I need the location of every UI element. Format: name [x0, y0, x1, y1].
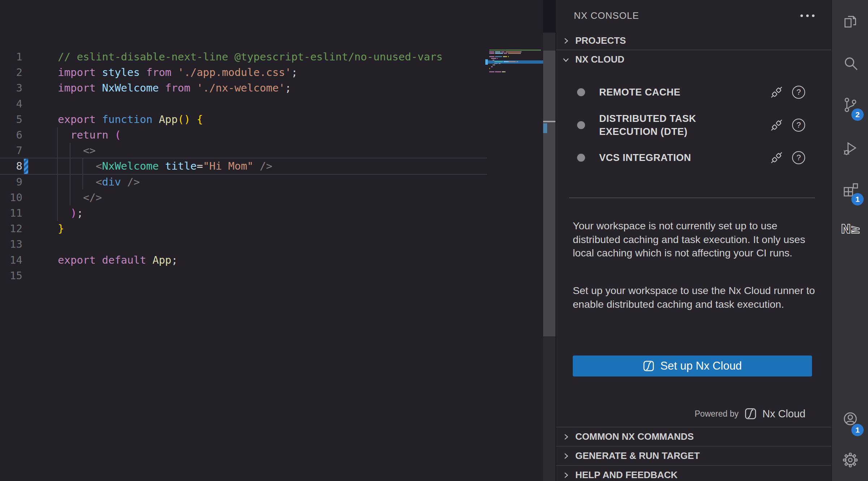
minimap-line [489, 51, 521, 53]
scrollbar-decoration [543, 123, 547, 133]
help-icon[interactable]: ? [792, 119, 805, 132]
cloud-item-remote-cache: REMOTE CACHE ? [556, 83, 832, 101]
setup-button-label: Set up Nx Cloud [660, 359, 742, 373]
line-number: 13 [0, 237, 22, 252]
section-help-and-feedback[interactable]: HELP AND FEEDBACK [556, 465, 832, 481]
status-dot-icon [577, 121, 585, 129]
chevron-right-icon [562, 433, 570, 441]
code-line[interactable]: 15 [0, 268, 543, 284]
explorer-icon[interactable] [842, 13, 859, 30]
line-number: 6 [0, 127, 22, 143]
code-line[interactable]: 3import NxWelcome from './nx-welcome'; [0, 80, 543, 96]
section-projects[interactable]: PROJECTS [556, 32, 832, 50]
status-dot-icon [577, 154, 585, 162]
section-nx-cloud[interactable]: NX CLOUD [556, 51, 832, 68]
cloud-item-label: REMOTE CACHE [599, 86, 744, 99]
svg-text:N≥: N≥ [841, 222, 860, 236]
minimap-line [489, 50, 541, 51]
code-line[interactable]: 11 ); [0, 205, 543, 221]
account-badge: 1 [851, 424, 864, 436]
setup-instruction-text: Set up your workspace to use the Nx Clou… [573, 284, 816, 311]
connect-icon[interactable] [770, 118, 783, 132]
editor-scrollbar [543, 33, 555, 481]
workspace-status-text: Your workspace is not currently set up t… [573, 219, 816, 260]
section-generate-run-target[interactable]: GENERATE & RUN TARGET [556, 446, 832, 465]
code-line[interactable]: 1// eslint-disable-next-line @typescript… [0, 49, 543, 65]
help-icon[interactable]: ? [792, 151, 805, 164]
scrollbar-thumb[interactable] [543, 51, 555, 336]
powered-by-label: Powered by [695, 409, 738, 419]
cloud-item-label: VCS INTEGRATION [599, 151, 744, 164]
brand-label: Nx Cloud [762, 408, 805, 420]
nx-cloud-icon [643, 360, 654, 372]
setup-nx-cloud-button[interactable]: Set up Nx Cloud [573, 356, 812, 376]
connect-icon[interactable] [770, 85, 783, 99]
horizontal-rule [569, 197, 815, 198]
line-number: 1 [0, 49, 22, 65]
chevron-down-icon [562, 55, 570, 64]
settings-gear-icon[interactable] [842, 451, 859, 469]
minimap-line [489, 63, 500, 64]
section-label: HELP AND FEEDBACK [575, 469, 678, 481]
nx-cloud-icon [744, 408, 757, 420]
code-line[interactable]: 14export default App; [0, 252, 543, 268]
minimap-line [489, 66, 493, 68]
minimap[interactable] [487, 33, 543, 481]
vscode-window: TS app.tsx M [0, 0, 868, 481]
connect-icon[interactable] [770, 151, 783, 165]
line-number: 15 [0, 268, 22, 284]
section-common-nx-commands[interactable]: COMMON NX COMMANDS [556, 427, 832, 446]
minimap-line [489, 58, 498, 59]
code-line[interactable]: 12} [0, 221, 543, 237]
code-line[interactable]: 8 <NxWelcome title="Hi Mom" /> [0, 158, 543, 174]
activity-bar: 2 1 N≥ 1 [831, 0, 868, 481]
cloud-item-vcs: VCS INTEGRATION ? [556, 149, 832, 167]
status-dot-icon [577, 88, 585, 96]
line-number: 5 [0, 112, 22, 127]
code-line[interactable]: 6 return ( [0, 127, 543, 143]
section-label: COMMON NX COMMANDS [575, 431, 694, 442]
run-debug-icon[interactable] [842, 140, 859, 157]
more-actions-icon[interactable] [800, 11, 815, 20]
minimap-modified-marker [485, 59, 488, 65]
scrollbar-cursor-marker [543, 121, 555, 122]
line-number: 7 [0, 143, 22, 158]
minimap-line [489, 60, 494, 61]
line-number: 12 [0, 221, 22, 237]
chevron-right-icon [562, 452, 570, 460]
minimap-line [489, 64, 495, 66]
line-number: 11 [0, 205, 22, 221]
nx-console-panel: NX CONSOLE PROJECTS NX CLOUD REMOTE CACH… [555, 0, 831, 481]
chevron-right-icon [562, 471, 570, 480]
code-line[interactable]: 9 <div /> [0, 174, 543, 190]
line-number: 14 [0, 252, 22, 268]
minimap-line [489, 53, 521, 54]
code-line[interactable]: 7 <> [0, 143, 543, 159]
powered-by: Powered by Nx Cloud [695, 406, 805, 421]
minimap-line [489, 56, 509, 58]
code-line[interactable]: 13 [0, 237, 543, 252]
help-icon[interactable]: ? [792, 86, 805, 99]
extensions-badge: 1 [851, 193, 864, 205]
search-icon[interactable] [842, 55, 859, 72]
modified-line-marker [24, 159, 28, 174]
section-label: NX CLOUD [575, 54, 624, 65]
minimap-line [489, 71, 506, 73]
minimap-line [489, 68, 490, 69]
code-line[interactable]: 4 [0, 96, 543, 112]
code-line[interactable]: 5export function App() { [0, 112, 543, 128]
line-number: 4 [0, 96, 22, 112]
cloud-item-label: DISTRIBUTED TASK EXECUTION (DTE) [599, 112, 744, 138]
section-divider [556, 50, 832, 50]
chevron-right-icon [562, 37, 570, 45]
line-number: 9 [0, 174, 22, 190]
nx-console-icon[interactable]: N≥ [840, 221, 860, 238]
code-line[interactable]: 10 </> [0, 190, 543, 206]
line-number: 10 [0, 190, 22, 205]
panel-title: NX CONSOLE [574, 10, 639, 21]
line-number: 8 [0, 158, 22, 174]
code-line[interactable]: 2import styles from './app.module.css'; [0, 65, 543, 81]
section-label: GENERATE & RUN TARGET [575, 450, 700, 461]
code-editor[interactable]: 1// eslint-disable-next-line @typescript… [0, 0, 543, 481]
cloud-item-dte: DISTRIBUTED TASK EXECUTION (DTE) ? [556, 112, 832, 139]
